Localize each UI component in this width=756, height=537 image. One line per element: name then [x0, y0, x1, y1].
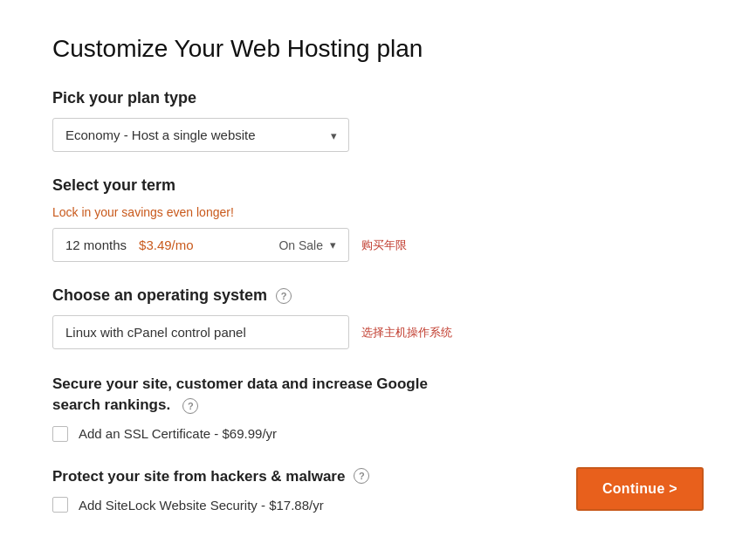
continue-button[interactable]: Continue >: [576, 467, 704, 511]
page-title: Customize Your Web Hosting plan: [52, 35, 704, 63]
sitelock-section-label: Protect your site from hackers & malware: [52, 466, 345, 487]
sitelock-checkbox-label: Add SiteLock Website Security - $17.88/y…: [79, 498, 324, 513]
ssl-help-icon[interactable]: ?: [182, 398, 198, 414]
os-help-icon[interactable]: ?: [276, 288, 292, 304]
sitelock-help-icon[interactable]: ?: [354, 468, 369, 484]
term-price: $3.49/mo: [139, 238, 194, 252]
ssl-section: Secure your site, customer data and incr…: [52, 374, 704, 442]
os-annotation: 选择主机操作系统: [361, 325, 452, 341]
term-section-label: Select your term: [52, 176, 704, 195]
term-months: 12 months: [65, 238, 127, 252]
plan-section-label: Pick your plan type: [52, 89, 704, 107]
plan-section: Pick your plan type Economy - Host a sin…: [52, 89, 704, 152]
ssl-label-line2: search rankings.: [52, 396, 170, 413]
term-section: Select your term Lock in your savings ev…: [52, 176, 704, 262]
term-sale-label: On Sale: [278, 238, 323, 252]
ssl-checkbox-label: Add an SSL Certificate - $69.99/yr: [79, 426, 277, 441]
os-label-row: Choose an operating system ?: [52, 286, 704, 305]
ssl-checkbox[interactable]: [52, 426, 68, 442]
os-select-wrapper[interactable]: Linux with cPanel control panel: [52, 315, 349, 349]
plan-select-wrapper: Economy - Host a single website Deluxe -…: [52, 118, 349, 152]
term-annotation: 购买年限: [361, 238, 407, 253]
ssl-label-line1: Secure your site, customer data and incr…: [52, 375, 428, 392]
ssl-label-row: Secure your site, customer data and incr…: [52, 374, 704, 416]
ssl-section-label: Secure your site, customer data and incr…: [52, 374, 428, 416]
ssl-checkbox-row: Add an SSL Certificate - $69.99/yr: [52, 426, 704, 442]
term-select-inner[interactable]: 12 months $3.49/mo On Sale ▾: [53, 229, 348, 261]
sitelock-checkbox[interactable]: [52, 497, 68, 513]
page-container: Customize Your Web Hosting plan Pick you…: [0, 0, 756, 537]
term-chevron-icon: ▾: [330, 238, 336, 251]
term-row: 12 months $3.49/mo On Sale ▾ 购买年限: [52, 228, 704, 262]
os-section-label: Choose an operating system: [52, 286, 267, 305]
plan-select[interactable]: Economy - Host a single website Deluxe -…: [52, 118, 349, 152]
os-inner[interactable]: Linux with cPanel control panel: [53, 316, 348, 348]
term-select-wrapper[interactable]: 12 months $3.49/mo On Sale ▾: [52, 228, 349, 262]
savings-text: Lock in your savings even longer!: [52, 205, 704, 219]
os-section: Choose an operating system ? Linux with …: [52, 286, 704, 349]
os-row: Linux with cPanel control panel 选择主机操作系统: [52, 315, 704, 349]
os-value: Linux with cPanel control panel: [65, 325, 246, 340]
